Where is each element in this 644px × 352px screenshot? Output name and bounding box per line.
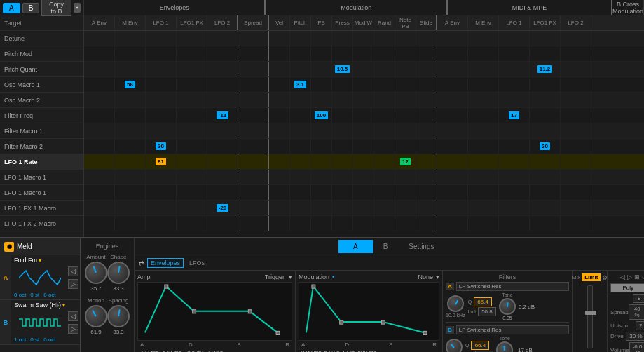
limit-button[interactable]: Limit xyxy=(582,273,601,281)
left-panel: A B Copy to B × Target Detune Pitch Mod … xyxy=(0,0,84,237)
cell-filtermacro2-blfo1fx[interactable]: 20 xyxy=(540,142,550,150)
cell-detune-vel[interactable] xyxy=(269,31,290,46)
amp-r-val: 4.23 s xyxy=(207,349,223,352)
cell-detune-pitch[interactable] xyxy=(290,31,311,46)
row-lfo1fx1-macro[interactable]: LFO 1 FX 1 Macro xyxy=(0,201,83,216)
cell-detune-lfo1[interactable] xyxy=(146,31,177,46)
icon-arrow-right[interactable]: ▷ xyxy=(627,273,632,280)
cell-detune-lfo2[interactable] xyxy=(207,31,238,46)
amount-knob[interactable] xyxy=(85,262,107,284)
cell-detune-blfo1fx[interactable] xyxy=(530,31,561,46)
slot-b-content: Swarm Saw (H♭) ▾ 1 oct 0 st 0 oct xyxy=(11,300,68,344)
amp-section: Amp Trigger ▾ A xyxy=(135,271,296,352)
copy-to-b-button[interactable]: Copy to B xyxy=(41,0,71,16)
close-button[interactable]: × xyxy=(74,3,81,13)
cell-detune-pb[interactable] xyxy=(311,31,332,46)
icon-grid[interactable]: ⊞ xyxy=(634,273,640,280)
volume-val[interactable]: -6.0 dB xyxy=(629,342,644,352)
row-lfo1fx2-macro[interactable]: LFO 1 FX 2 Macro xyxy=(0,216,83,231)
filter-a-freq-knob[interactable] xyxy=(447,295,464,312)
mix-label: Mix xyxy=(572,274,580,280)
cell-pitchquant-blfo1fx[interactable]: 11.2 xyxy=(537,65,553,73)
row-pitch-quant[interactable]: Pitch Quant xyxy=(0,62,83,77)
filter-b-freq-knob[interactable] xyxy=(446,339,463,352)
mod-arrow[interactable]: ▾ xyxy=(436,273,439,280)
spacing-knob[interactable] xyxy=(107,305,130,327)
cell-pitchquant-press[interactable]: 10.5 xyxy=(335,65,350,73)
filter-a-tone-knob[interactable] xyxy=(499,298,516,315)
cell-lfo1rate-lfo1[interactable]: 81 xyxy=(156,158,166,165)
row-filter-macro2[interactable]: Filter Macro 2 xyxy=(0,139,83,154)
unison-val[interactable]: 2 xyxy=(636,321,644,330)
cell-detune-notepb[interactable] xyxy=(395,31,416,46)
slot-b-next[interactable]: ▷ xyxy=(68,324,78,334)
cell-detune-press[interactable] xyxy=(332,31,353,46)
cell-detune-spread[interactable] xyxy=(238,31,269,46)
grid-row-detune xyxy=(84,31,644,46)
row-lfo1-macro1-b[interactable]: LFO 1 Macro 1 xyxy=(0,185,83,201)
cell-detune-slide[interactable] xyxy=(416,31,437,46)
motion-knob[interactable] xyxy=(85,305,107,327)
filter-a-q[interactable]: 66.4 xyxy=(474,297,492,306)
cell-detune-baenv[interactable] xyxy=(437,31,468,46)
ab-tab-row: A B Copy to B × xyxy=(0,0,83,15)
cell-detune-rand[interactable] xyxy=(374,31,395,46)
cell-detune-aenv[interactable] xyxy=(84,31,115,46)
preset-a-name[interactable]: Fold Fm ▾ xyxy=(14,257,65,264)
cell-detune-menv[interactable] xyxy=(115,31,146,46)
icon-arrow-left[interactable]: ◁ xyxy=(620,273,625,280)
lfos-tab[interactable]: LFOs xyxy=(186,259,207,267)
grid-row-oscmacro1: 56 3.1 xyxy=(84,77,644,93)
filter-a-type[interactable]: LP Switched Res xyxy=(456,282,569,291)
row-lfo1-macro1-a[interactable]: LFO 1 Macro 1 xyxy=(0,170,83,185)
row-filter-freq[interactable]: Filter Freq xyxy=(0,108,83,123)
poly-val[interactable]: 8 xyxy=(633,294,644,303)
cell-filtermacro2-lfo1[interactable]: 30 xyxy=(156,142,166,150)
filter-b-q[interactable]: 66.4 xyxy=(471,341,489,350)
tab-a[interactable]: A xyxy=(3,3,20,13)
slot-a-next[interactable]: ▷ xyxy=(68,279,78,289)
cell-filterfreq-blfo1[interactable]: 17 xyxy=(509,111,519,119)
tab-b[interactable]: B xyxy=(22,3,40,13)
envelopes-tab[interactable]: Envelopes xyxy=(147,258,184,268)
cell-oscmacro1-menv[interactable]: 56 xyxy=(125,81,135,88)
spread-val[interactable]: 40 % xyxy=(629,304,644,320)
filter-a-label: A xyxy=(446,283,454,290)
amp-envelope-display xyxy=(137,282,292,341)
mix-fader-track[interactable] xyxy=(587,285,593,348)
filter-b-type[interactable]: LP Switched Res xyxy=(456,325,569,334)
filter-b-tone-knob[interactable] xyxy=(496,341,513,352)
grid-row-pitchmod xyxy=(84,46,644,62)
unison-label: Unison xyxy=(610,323,628,329)
poly-button[interactable]: Poly xyxy=(610,283,644,292)
cell-lfo1fx1-lfo2[interactable]: -20 xyxy=(217,204,229,212)
row-filter-macro1[interactable]: Filter Macro 1 xyxy=(0,123,83,139)
grid-row-lfo1rate: 81 12 xyxy=(84,154,644,170)
trigger-arrow[interactable]: ▾ xyxy=(289,273,292,280)
preset-b-name[interactable]: Swarm Saw (H♭) ▾ xyxy=(14,302,65,309)
row-osc-macro2[interactable]: Osc Macro 2 xyxy=(0,93,83,108)
mix-fader-thumb[interactable] xyxy=(585,311,596,315)
cell-detune-blfo1[interactable] xyxy=(499,31,530,46)
cell-lfo1rate-notepb[interactable]: 12 xyxy=(400,158,411,165)
slot-a-vals: 0 oct 0 st 0 oct xyxy=(14,292,65,298)
row-lfo1-rate[interactable]: LFO 1 Rate xyxy=(0,154,83,170)
drive-val[interactable]: 30 % xyxy=(626,332,644,341)
cell-oscmacro1-pitch[interactable]: 3.1 xyxy=(294,81,306,88)
cell-detune-blfo2[interactable] xyxy=(561,31,591,46)
slot-b-prev[interactable]: ◁ xyxy=(68,311,78,321)
mod-section: Modulation • None ▾ xyxy=(296,271,443,352)
row-osc-macro1[interactable]: Osc Macro 1 xyxy=(0,77,83,93)
cell-filterfreq-lfo2[interactable]: -11 xyxy=(217,111,229,119)
svg-rect-4 xyxy=(312,285,315,288)
row-detune[interactable]: Detune xyxy=(0,31,83,46)
shape-knob[interactable] xyxy=(107,262,130,284)
filter-a-lofi[interactable]: 50.8 xyxy=(478,307,496,316)
cell-detune-bmenv[interactable] xyxy=(468,31,499,46)
cell-detune-modw[interactable] xyxy=(353,31,374,46)
row-pitch-mod[interactable]: Pitch Mod xyxy=(0,46,83,62)
amp-a-val: 727 ms xyxy=(140,349,158,352)
cell-filterfreq-pb[interactable]: 100 xyxy=(315,111,328,119)
cell-detune-lfo1fx[interactable] xyxy=(177,31,207,46)
slot-a-prev[interactable]: ◁ xyxy=(68,266,78,276)
